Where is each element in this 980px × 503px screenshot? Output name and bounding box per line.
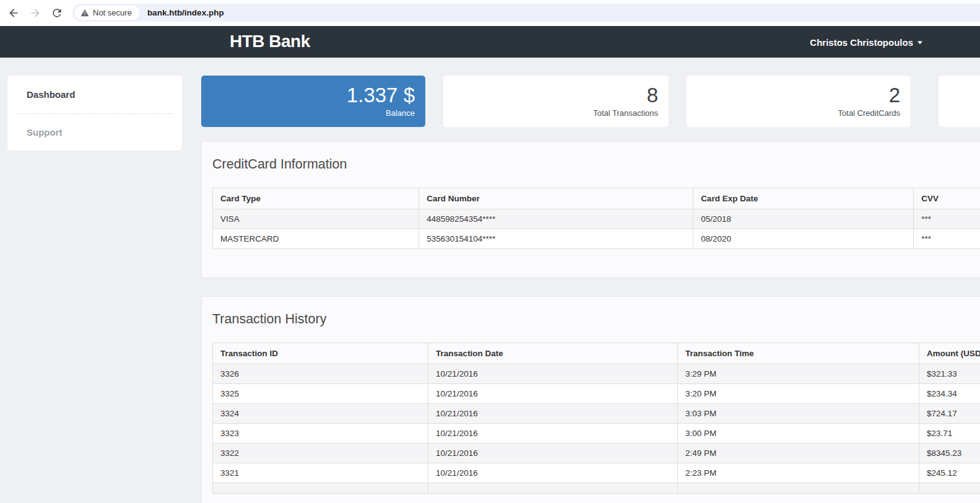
transaction-table: Transaction IDTransaction DateTransactio…	[202, 343, 980, 494]
security-chip-label: Not secure	[93, 8, 132, 17]
security-chip[interactable]: Not secure	[75, 6, 139, 20]
reload-icon[interactable]	[50, 6, 64, 20]
table-cell: 08/2020	[693, 229, 914, 249]
sidebar-item-support[interactable]: Support	[17, 113, 173, 150]
table-cell: $23.71	[919, 424, 980, 444]
column-header: Transaction Time	[678, 343, 919, 364]
table-cell: 10/21/2016	[428, 444, 678, 463]
table-cell: 3326	[213, 364, 428, 384]
address-bar[interactable]: Not secure bank.htb/index.php	[72, 4, 980, 22]
table-cell: $245.12	[919, 463, 980, 483]
table-cell: 3:29 PM	[678, 364, 919, 384]
data-table: Card TypeCard NumberCard Exp DateCVVVISA…	[212, 188, 980, 249]
chevron-down-icon	[917, 41, 922, 44]
transaction-panel: Transaction History Transaction IDTransa…	[201, 296, 980, 503]
table-cell: $724.17	[919, 404, 980, 424]
forward-icon[interactable]	[28, 6, 42, 20]
table-cell: 05/2018	[693, 209, 914, 229]
warning-triangle-icon	[80, 9, 89, 17]
table-row: 332410/21/20163:03 PM$724.17	[213, 404, 980, 424]
stat-label: Total Transactions	[443, 108, 658, 118]
column-header: Card Number	[419, 188, 693, 209]
column-header: Card Exp Date	[693, 188, 914, 209]
table-cell: 3325	[213, 384, 428, 404]
stat-card-total-creditcards: 2 Total CreditCards	[687, 76, 911, 127]
table-cell: 10/21/2016	[428, 424, 678, 444]
creditcard-panel-title: CreditCard Information	[212, 157, 980, 172]
table-cell: ***	[914, 229, 980, 249]
stat-value: 2	[687, 83, 900, 108]
user-menu-label: Christos Christopoulos	[810, 37, 913, 47]
creditcard-table: Card TypeCard NumberCard Exp DateCVVVISA…	[202, 188, 980, 249]
table-cell: 3321	[213, 463, 428, 483]
table-cell: $8345.23	[919, 444, 980, 463]
sidebar: Dashboard Support	[7, 76, 182, 151]
sidebar-item-label: Support	[27, 127, 63, 138]
table-row	[213, 483, 980, 494]
table-cell: ***	[914, 209, 980, 229]
screen: Not secure bank.htb/index.php HTB Bank C…	[0, 0, 980, 503]
stat-card-partial	[939, 76, 980, 127]
transaction-panel-title: Transaction History	[212, 312, 980, 327]
table-row: MASTERCARD535630154104****08/2020***	[213, 229, 980, 249]
table-cell: 3323	[213, 424, 428, 444]
user-menu[interactable]: Christos Christopoulos	[810, 37, 922, 47]
column-header: CVV	[914, 188, 980, 209]
table-cell: MASTERCARD	[213, 229, 419, 249]
table-cell: VISA	[213, 209, 419, 229]
table-cell: $321.33	[919, 364, 980, 384]
stat-value: 8	[443, 83, 658, 108]
creditcard-panel: CreditCard Information Card TypeCard Num…	[201, 141, 980, 278]
table-cell: 2:23 PM	[678, 463, 919, 483]
app-navbar: HTB Bank Christos Christopoulos	[0, 26, 980, 58]
stat-label: Total CreditCards	[687, 108, 900, 118]
sidebar-item-dashboard[interactable]: Dashboard	[7, 76, 182, 113]
table-cell: 10/21/2016	[428, 364, 678, 384]
browser-toolbar: Not secure bank.htb/index.php	[0, 0, 980, 26]
table-cell: 3:00 PM	[678, 424, 919, 444]
table-cell: $234.34	[919, 384, 980, 404]
table-row: VISA448598254354****05/2018***	[213, 209, 980, 229]
table-cell: 10/21/2016	[428, 463, 678, 483]
table-cell	[428, 483, 678, 494]
back-icon[interactable]	[7, 6, 20, 20]
table-header-row: Transaction IDTransaction DateTransactio…	[213, 343, 980, 364]
table-cell	[919, 483, 980, 494]
table-header-row: Card TypeCard NumberCard Exp DateCVV	[213, 188, 980, 209]
table-cell: 2:49 PM	[678, 444, 919, 463]
table-cell	[678, 483, 919, 494]
table-cell: 535630154104****	[419, 229, 693, 249]
column-header: Transaction ID	[213, 343, 428, 364]
brand-logo[interactable]: HTB Bank	[230, 32, 310, 51]
table-cell: 448598254354****	[419, 209, 693, 229]
column-header: Amount (USD)	[919, 343, 980, 364]
table-cell: 3322	[213, 444, 428, 463]
table-cell: 3324	[213, 404, 428, 424]
table-row: 332210/21/20162:49 PM$8345.23	[213, 444, 980, 463]
table-row: 332110/21/20162:23 PM$245.12	[213, 463, 980, 483]
table-row: 332610/21/20163:29 PM$321.33	[213, 364, 980, 384]
column-header: Transaction Date	[428, 343, 678, 364]
table-cell	[213, 483, 428, 494]
stat-label: Balance	[201, 108, 415, 118]
data-table: Transaction IDTransaction DateTransactio…	[212, 343, 980, 494]
table-row: 332310/21/20163:00 PM$23.71	[213, 424, 980, 444]
table-row: 332510/21/20163:20 PM$234.34	[213, 384, 980, 404]
stat-card-balance: 1.337 $ Balance	[201, 76, 425, 127]
table-cell: 10/21/2016	[428, 404, 678, 424]
stat-value: 1.337 $	[201, 83, 415, 108]
table-cell: 3:03 PM	[678, 404, 919, 424]
column-header: Card Type	[213, 188, 419, 209]
url-text: bank.htb/index.php	[147, 8, 224, 17]
stat-card-total-transactions: 8 Total Transactions	[443, 76, 669, 127]
sidebar-item-label: Dashboard	[27, 89, 75, 100]
table-cell: 10/21/2016	[428, 384, 678, 404]
table-cell: 3:20 PM	[678, 384, 919, 404]
